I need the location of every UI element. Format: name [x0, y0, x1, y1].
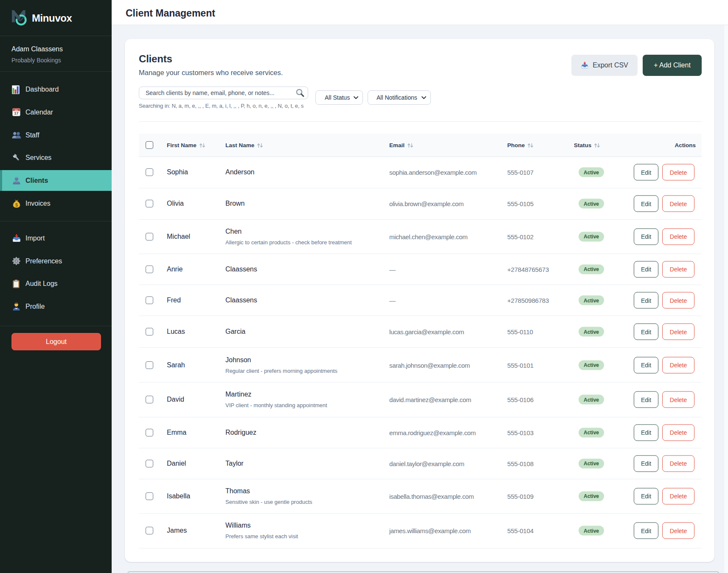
svg-text:JUL: JUL: [14, 109, 18, 111]
svg-text:17: 17: [14, 112, 19, 116]
svg-text:$: $: [15, 202, 18, 207]
